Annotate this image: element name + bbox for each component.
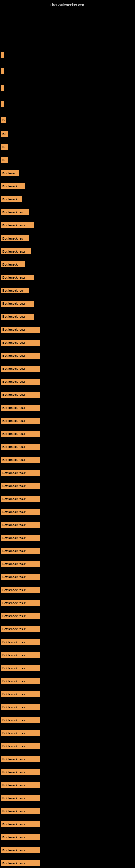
result-row: Bottleneck result <box>1 860 40 866</box>
result-row: Bottleneck result <box>1 652 40 658</box>
result-row: Bottleneck result <box>1 444 40 450</box>
bar-label: Bottleneck result <box>1 743 40 749</box>
bar-label: Bottleneck result <box>1 470 40 476</box>
bar-label: Bottleneck resu <box>1 248 31 254</box>
result-row: Bottleneck result <box>1 522 40 528</box>
result-row: Bottleneck result <box>1 613 40 619</box>
bar-label: Bottleneck res <box>1 236 30 241</box>
bar-label: Bottleneck result <box>1 769 40 775</box>
result-row: Bottleneck result <box>1 769 40 775</box>
result-row: Bottleneck result <box>1 665 40 671</box>
result-row <box>1 52 4 58</box>
bar-label: Bo <box>1 131 8 137</box>
bar-label: Bottleneck result <box>1 535 40 541</box>
result-row: Bottleneck result <box>1 222 34 228</box>
bar-label: Bottleneck result <box>1 327 40 333</box>
bar-label: Bottleneck result <box>1 704 40 710</box>
result-row: Bottleneck result <box>1 340 40 346</box>
result-row: Bottleneck res <box>1 287 30 293</box>
result-row: Bottleneck result <box>1 509 40 515</box>
bar-label: Bottleneck result <box>1 561 40 567</box>
bar-label: Bottleneck result <box>1 444 40 450</box>
result-row: Bottleneck res <box>1 209 30 215</box>
bar-label: Bottleneck result <box>1 522 40 528</box>
bar-label: Bottleneck r <box>1 261 25 268</box>
bar-label: Bo <box>1 157 8 163</box>
result-row: Bottleneck result <box>1 275 34 280</box>
bar-label: Bottleneck result <box>1 756 40 762</box>
result-row: Bottleneck result <box>1 756 40 762</box>
bar-label: Bottleneck result <box>1 418 40 424</box>
bar-label: Bottleneck result <box>1 301 34 307</box>
result-row: Bottleneck result <box>1 496 40 502</box>
result-row: Bottleneck <box>1 196 22 203</box>
bar-label: Bottleneck result <box>1 860 40 866</box>
result-row: Bottleneck r <box>1 261 25 268</box>
result-row: Bottleneck result <box>1 301 34 307</box>
result-row <box>1 85 4 91</box>
result-row: Bottleneck result <box>1 327 40 333</box>
result-row: Bottleneck result <box>1 483 40 489</box>
result-row: Bottleneck result <box>1 678 40 684</box>
result-row <box>1 101 4 107</box>
bar-label: Bottleneck result <box>1 834 40 840</box>
result-row: Bottleneck result <box>1 418 40 424</box>
result-row: Bottleneck result <box>1 691 40 697</box>
bar-label: Bo <box>1 144 8 150</box>
bar-label: Bottleneck result <box>1 366 40 372</box>
result-row: Bottleneck result <box>1 366 40 372</box>
bar-label: Bottleneck result <box>1 431 40 437</box>
bar-label: Bottleneck result <box>1 795 40 801</box>
bar-label: Bottleneck result <box>1 808 40 814</box>
result-row: B <box>1 117 6 123</box>
bar-label: Bottleneck result <box>1 639 40 645</box>
bar-label: Bottleneck <box>1 196 22 203</box>
bar-label: Bottleneck result <box>1 457 40 463</box>
result-row: Bottleneck result <box>1 352 40 359</box>
bar-label: Bottleneck r <box>1 183 25 189</box>
result-row: Bottleneck result <box>1 314 34 319</box>
bar-label: Bottleneck result <box>1 275 34 280</box>
result-row: Bottlenec <box>1 170 19 176</box>
bar-label: Bottleneck result <box>1 665 40 671</box>
bar-label <box>1 52 4 58</box>
bar-label: Bottleneck result <box>1 340 40 346</box>
result-row: Bottleneck result <box>1 834 40 840</box>
result-row <box>1 68 4 74</box>
result-row: Bottleneck result <box>1 795 40 801</box>
bar-label: Bottleneck result <box>1 392 40 398</box>
result-row: Bottleneck result <box>1 535 40 541</box>
bar-label: Bottleneck result <box>1 352 40 359</box>
bar-label: Bottleneck result <box>1 613 40 619</box>
result-row: Bo <box>1 144 8 150</box>
result-row: Bottleneck result <box>1 405 40 411</box>
result-row: Bottleneck result <box>1 548 40 554</box>
result-row: Bottleneck resu <box>1 248 31 254</box>
result-row: Bottleneck result <box>1 782 40 788</box>
page-wrapper: TheBottlenecker.com BBoBoBoBottlenecBott… <box>0 0 135 868</box>
bar-label: Bottleneck result <box>1 652 40 658</box>
result-row: Bottleneck result <box>1 639 40 645</box>
bar-label: Bottleneck result <box>1 730 40 736</box>
bar-label: Bottleneck result <box>1 483 40 489</box>
result-row: Bottleneck result <box>1 822 40 827</box>
bar-label: Bottleneck result <box>1 822 40 827</box>
result-row: Bottleneck result <box>1 730 40 736</box>
bar-label: B <box>1 117 6 123</box>
bar-label: Bottleneck result <box>1 600 40 606</box>
result-row: Bottleneck result <box>1 717 40 723</box>
chart-container: BBoBoBoBottlenecBottleneck rBottleneckBo… <box>0 9 135 866</box>
bar-label: Bottleneck result <box>1 314 34 319</box>
result-row: Bottleneck result <box>1 574 40 580</box>
bar-label: Bottleneck result <box>1 678 40 684</box>
result-row: Bottleneck result <box>1 847 40 854</box>
result-row: Bottleneck result <box>1 587 40 593</box>
result-row: Bottleneck res <box>1 236 30 241</box>
bar-label: Bottleneck result <box>1 405 40 411</box>
bar-label: Bottleneck result <box>1 574 40 580</box>
bar-label: Bottleneck result <box>1 782 40 788</box>
bar-label <box>1 85 4 91</box>
bar-label: Bottleneck result <box>1 548 40 554</box>
bar-label: Bottleneck res <box>1 209 30 215</box>
result-row: Bottleneck result <box>1 743 40 749</box>
